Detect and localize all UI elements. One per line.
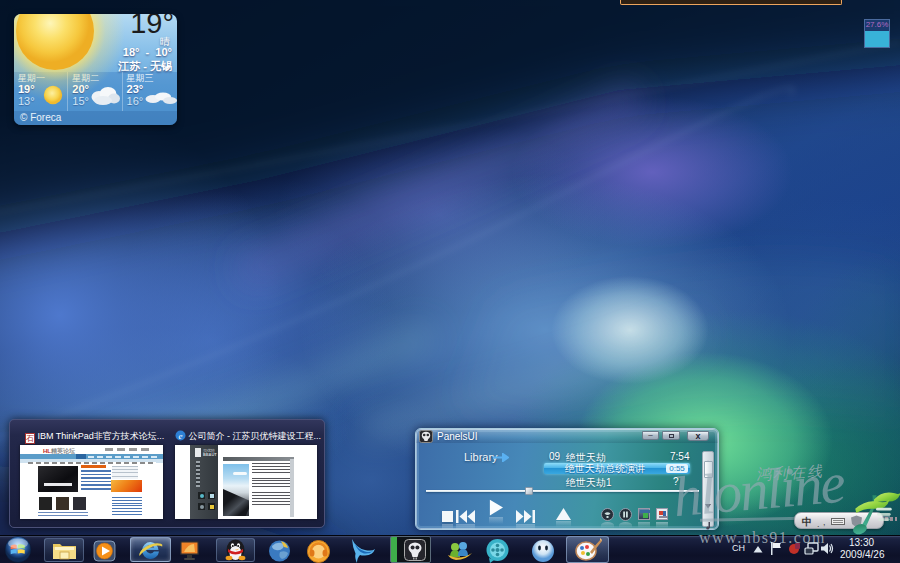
svg-text:e: e <box>179 431 183 441</box>
